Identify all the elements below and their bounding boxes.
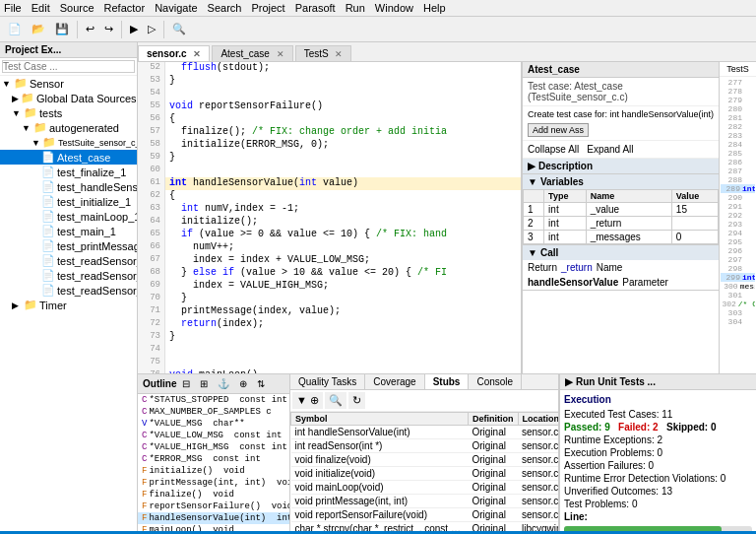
menu-source[interactable]: Source — [60, 2, 94, 14]
menu-window[interactable]: Window — [375, 2, 413, 14]
tc-row1-value[interactable]: 15 — [671, 203, 718, 217]
outline-item-initialize[interactable]: F initialize() void — [138, 465, 289, 477]
table-row[interactable]: void finalize(void)Originalsensor.c (C:\… — [291, 453, 559, 467]
tree-toggle-auto[interactable]: ▼ — [22, 123, 32, 133]
tree-toggle-timer[interactable]: ▶ — [12, 300, 22, 310]
table-row[interactable]: int readSensor(int *)Originalsensor.c (C… — [291, 439, 559, 453]
toolbar-debug[interactable]: ▷ — [144, 21, 159, 37]
tree-item-sensor[interactable]: ▼ 📁 Sensor — [0, 76, 137, 91]
quality-tab-console[interactable]: Console — [469, 374, 522, 389]
outline-item-label-9: finalize() void — [149, 490, 233, 500]
tab-sensor-c[interactable]: sensor.c ✕ — [138, 45, 210, 61]
table-row[interactable]: void initialize(void)Originalsensor.c (C… — [291, 467, 559, 481]
tab-tests[interactable]: TestS ✕ — [295, 45, 352, 61]
quality-tab-stubs[interactable]: Stubs — [425, 374, 470, 389]
tree-item-timer[interactable]: ▶ 📁 Timer — [0, 298, 137, 312]
tree-item-test-read3[interactable]: 📄 test_readSensor_3 — [0, 283, 137, 298]
menu-parasoft[interactable]: Parasoft — [295, 2, 336, 14]
tc-name-label: Name — [597, 262, 623, 273]
tree-item-test-mainloop[interactable]: 📄 test_mainLoop_1 — [0, 209, 137, 224]
outline-item-value-msg[interactable]: V *VALUE_MSG char** — [138, 418, 289, 430]
outline-expand-btn[interactable]: ⊞ — [196, 376, 212, 391]
menu-project[interactable]: Project — [251, 2, 284, 14]
outline-item-reportsensor[interactable]: F reportSensorFailure() void — [138, 501, 289, 512]
tree-toggle-gds[interactable]: ▶ — [12, 94, 19, 103]
mini-tab-tests[interactable]: TestS — [720, 62, 756, 77]
tc-return-val[interactable]: _return — [561, 262, 593, 273]
tc-row2-value[interactable] — [671, 217, 718, 231]
tree-item-test-handle[interactable]: 📄 test_handleSensorValue_1 — [0, 179, 137, 194]
quality-tab-coverage[interactable]: Coverage — [365, 374, 424, 389]
quality-filter-btn[interactable]: ▼ ⊕ — [292, 392, 323, 409]
menu-edit[interactable]: Edit — [32, 2, 50, 14]
tree-item-test-finalize[interactable]: 📄 test_finalize_1 — [0, 165, 137, 179]
tab-sensor-c-close[interactable]: ✕ — [193, 49, 201, 59]
tree-toggle-tests[interactable]: ▼ — [12, 108, 22, 118]
toolbar-search[interactable]: 🔍 — [168, 21, 190, 37]
outline-sort-btn[interactable]: ⇅ — [253, 376, 269, 391]
outline-item-finalize[interactable]: F finalize() void — [138, 489, 289, 501]
tree-item-test-main[interactable]: 📄 test_main_1 — [0, 224, 137, 238]
quality-search-btn[interactable]: 🔍 — [325, 392, 346, 409]
tree-toggle-ts[interactable]: ▼ — [32, 138, 40, 148]
center-area: sensor.c ✕ Atest_case ✕ TestS ✕ — [138, 42, 756, 531]
menu-run[interactable]: Run — [346, 2, 365, 14]
toolbar-undo[interactable]: ↩ — [82, 21, 98, 37]
code-line-69: 69 index = VALUE_HIGH_MSG; — [138, 280, 521, 293]
tc-add-assertion-btn[interactable]: Add new Ass — [528, 123, 589, 137]
quality-tab-tasks[interactable]: Quality Tasks — [290, 374, 365, 389]
table-row[interactable]: int handleSensorValue(int)Originalsensor… — [291, 426, 559, 439]
outline-item-status-stopped[interactable]: C *STATUS_STOPPED const int — [138, 394, 289, 406]
tc-row3-value[interactable]: 0 — [671, 231, 718, 244]
tree-item-test-read1[interactable]: 📄 test_readSensor_1 — [0, 253, 137, 268]
run-line-coverage: Line: — [564, 510, 752, 523]
outline-filter-btn[interactable]: ⊕ — [235, 376, 251, 391]
code-editor-content[interactable]: 52 fflush(stdout); 53 } 54 55 — [138, 62, 521, 373]
toolbar-new[interactable]: 📄 — [4, 21, 26, 37]
tree-item-test-init[interactable]: 📄 test_initialize_1 — [0, 194, 137, 209]
outline-item-value-high[interactable]: C *VALUE_HIGH_MSG const int — [138, 441, 289, 453]
tree-item-autogenerated[interactable]: ▼ 📁 autogenerated — [0, 120, 137, 135]
table-row[interactable]: void printMessage(int, int)Originalsenso… — [291, 495, 559, 508]
table-row[interactable]: void reportSensorFailure(void)Originalse… — [291, 508, 559, 522]
outline-item-error-msg[interactable]: C *ERROR_MSG const int — [138, 453, 289, 465]
outline-item-value-low[interactable]: C *VALUE_LOW_MSG const int — [138, 430, 289, 441]
outline-link-btn[interactable]: ⚓ — [214, 376, 233, 391]
menu-file[interactable]: File — [4, 2, 22, 14]
tree-item-test-print[interactable]: 📄 test_printMessage_1 — [0, 238, 137, 253]
toolbar-save[interactable]: 💾 — [51, 21, 73, 37]
tc-collapse-all[interactable]: Collapse All — [528, 144, 579, 155]
tc-call-header[interactable]: ▼ Call — [523, 245, 719, 260]
tc-row2-type: int — [544, 217, 587, 231]
menu-navigate[interactable]: Navigate — [155, 2, 197, 14]
table-row[interactable]: void mainLoop(void)Originalsensor.c (C:\… — [291, 481, 559, 495]
toolbar-run[interactable]: ▶ — [126, 21, 142, 37]
menu-help[interactable]: Help — [423, 2, 446, 14]
outline-item-printmessage[interactable]: F printMessage(int, int) void — [138, 477, 289, 489]
tab-atest-close[interactable]: ✕ — [277, 49, 284, 59]
outline-collapse-btn[interactable]: ⊟ — [178, 376, 194, 391]
tree-item-test-read2[interactable]: 📄 test_readSensor_2 — [0, 268, 137, 283]
tree-item-globaldatasources[interactable]: ▶ 📁 Global Data Sources — [0, 91, 137, 105]
toolbar-open[interactable]: 📂 — [28, 21, 49, 37]
table-row[interactable]: char * strcpy(char *_restrict_, const ch… — [291, 522, 559, 532]
outline-item-mainloop[interactable]: F mainLoop() void — [138, 524, 289, 531]
tree-item-tests[interactable]: ▼ 📁 tests — [0, 105, 137, 120]
menu-refactor[interactable]: Refactor — [104, 2, 146, 14]
tc-expand-all[interactable]: Expand All — [587, 144, 633, 155]
tab-atest-case[interactable]: Atest_case ✕ — [212, 45, 292, 61]
tab-tests-close[interactable]: ✕ — [335, 49, 343, 59]
tc-call-section: ▼ Call Return _return Name handleSensorV… — [523, 245, 719, 291]
tree-toggle-sensor[interactable]: ▼ — [2, 79, 12, 89]
project-search-input[interactable] — [2, 60, 135, 73]
tree-item-atest-case[interactable]: 📄 Atest_case — [0, 150, 137, 165]
tc-variables-header[interactable]: ▼ Variables — [523, 174, 719, 189]
tree-item-testsuite[interactable]: ▼ 📁 TestSuite_sensor_c_e4d7dc3f — [0, 135, 137, 150]
quality-refresh-btn[interactable]: ↻ — [348, 392, 365, 409]
outline-item-max-samples[interactable]: C MAX_NUMBER_OF_SAMPLES c — [138, 406, 289, 418]
tc-description-header[interactable]: ▶ Description — [523, 159, 719, 173]
menu-search[interactable]: Search — [208, 2, 242, 14]
toolbar-redo[interactable]: ↪ — [100, 21, 117, 37]
outline-item-handlesensor[interactable]: F handleSensorValue(int) int — [138, 512, 289, 524]
main-container: Project Ex... ▼ 📁 Sensor ▶ 📁 Global Data… — [0, 42, 756, 531]
